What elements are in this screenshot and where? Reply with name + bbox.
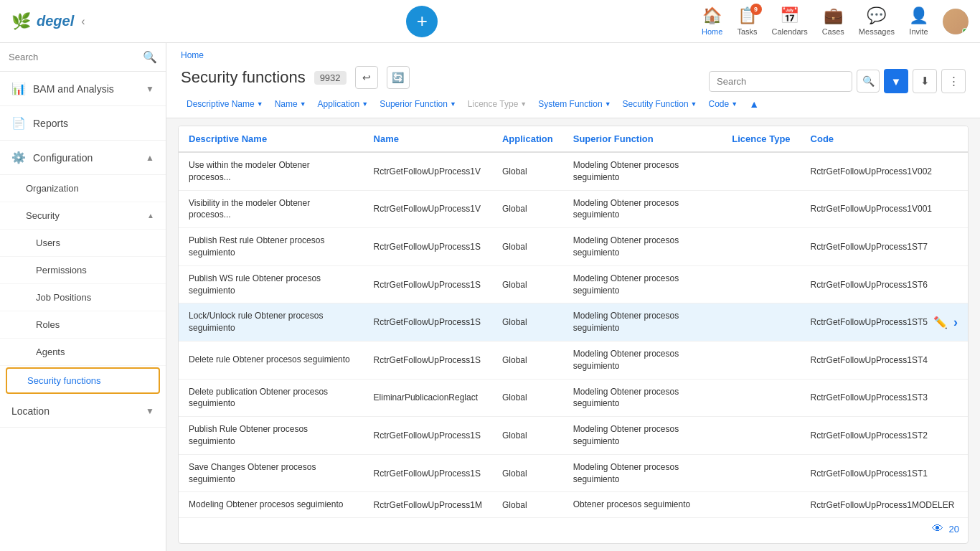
roles-label: Roles <box>36 319 60 330</box>
sidebar-collapse-button[interactable]: ‹ <box>81 15 85 28</box>
sidebar-search-icon[interactable]: 🔍 <box>143 50 157 64</box>
more-options-button[interactable]: ⋮ <box>941 69 966 93</box>
row-edit-button[interactable]: ✏️ <box>933 316 948 329</box>
cell-licence-type <box>722 190 800 228</box>
search-button[interactable]: 🔍 <box>857 70 880 93</box>
cell-application: Global <box>492 454 563 492</box>
filter-system-function-chevron: ▼ <box>605 100 611 108</box>
collapse-filters-button[interactable]: ▲ <box>743 97 765 111</box>
nav-home-label: Home <box>702 27 722 36</box>
filter-button[interactable]: ▼ <box>884 69 908 93</box>
sidebar-item-location[interactable]: Location ▼ <box>0 395 166 428</box>
content-header: Home Security functions 9932 ↩ 🔄 🔍 ▼ ⬇ ⋮ <box>166 43 980 118</box>
cell-application: Global <box>492 492 563 518</box>
location-chevron-icon: ▼ <box>146 406 154 416</box>
row-nav-button[interactable]: › <box>953 315 958 330</box>
table-row[interactable]: Save Changes Obtener procesos seguimient… <box>179 454 968 492</box>
filter-code-chevron: ▼ <box>731 100 738 108</box>
breadcrumb[interactable]: Home <box>181 50 966 60</box>
table-area: Descriptive Name Name Application Superi… <box>166 118 980 551</box>
filter-chip-name[interactable]: Name ▼ <box>269 96 312 112</box>
sidebar-item-configuration[interactable]: ⚙️ Configuration ▲ <box>0 141 166 175</box>
nav-item-home[interactable]: 🏠 Home <box>702 6 722 36</box>
table-row[interactable]: Delete publication Obtener procesos segu… <box>179 379 968 417</box>
filter-superior-function-label: Superior Function <box>380 99 448 109</box>
table-row[interactable]: Delete rule Obtener procesos seguimiento… <box>179 341 968 379</box>
table-row[interactable]: Use within the modeler Obtener procesos.… <box>179 152 968 190</box>
cell-licence-type <box>722 417 800 455</box>
sidebar: 🔍 📊 BAM and Analysis ▼ 📄 Reports ⚙️ Conf… <box>0 43 166 551</box>
filter-chip-licence-type[interactable]: Licence Type ▼ <box>462 96 532 112</box>
filter-security-function-chevron: ▼ <box>691 100 697 108</box>
filter-chip-descriptive-name[interactable]: Descriptive Name ▼ <box>181 96 269 112</box>
cell-superior-function: Modeling Obtener procesos seguimiento <box>563 303 722 342</box>
sidebar-item-reports[interactable]: 📄 Reports <box>0 106 166 141</box>
permissions-label: Permissions <box>36 265 87 276</box>
table-row[interactable]: Publish Rule Obtener procesos seguimient… <box>179 417 968 455</box>
cell-superior-function: Modeling Obtener procesos seguimiento <box>563 152 722 190</box>
sidebar-search-input[interactable] <box>9 52 137 62</box>
cell-superior-function: Modeling Obtener procesos seguimiento <box>563 190 722 228</box>
nav-item-invite[interactable]: 👤 Invite <box>909 6 928 36</box>
cell-superior-function: Obtener procesos seguimiento <box>563 492 722 518</box>
sidebar-item-job-positions[interactable]: Job Positions <box>0 284 166 311</box>
col-name: Name <box>364 126 492 152</box>
sidebar-item-organization[interactable]: Organization <box>0 175 166 202</box>
cell-application: Global <box>492 228 563 266</box>
filter-row: Descriptive Name ▼ Name ▼ Application ▼ … <box>181 96 966 118</box>
download-button[interactable]: ⬇ <box>913 69 937 93</box>
table-body: Use within the modeler Obtener procesos.… <box>179 152 968 518</box>
nav-cases-label: Cases <box>822 27 844 36</box>
table-row[interactable]: Visibility in the modeler Obtener proces… <box>179 190 968 228</box>
cell-name: RctrGetFollowUpProcess1S <box>364 303 492 342</box>
agents-label: Agents <box>36 347 65 357</box>
sidebar-item-roles[interactable]: Roles <box>0 311 166 339</box>
cell-licence-type <box>722 454 800 492</box>
user-avatar[interactable] <box>943 9 969 34</box>
cell-name: RctrGetFollowUpProcess1S <box>364 341 492 379</box>
cell-licence-type <box>722 303 800 342</box>
logo-icon: 🌿 <box>11 12 31 31</box>
main-layout: 🔍 📊 BAM and Analysis ▼ 📄 Reports ⚙️ Conf… <box>0 43 980 551</box>
nav-item-cases[interactable]: 💼 Cases <box>822 6 844 36</box>
filter-name-label: Name <box>275 99 298 109</box>
sidebar-item-permissions[interactable]: Permissions <box>0 257 166 284</box>
cell-licence-type <box>722 341 800 379</box>
table-row[interactable]: Publish Rest rule Obtener procesos segui… <box>179 228 968 266</box>
sidebar-item-security-functions[interactable]: Security functions <box>6 367 160 394</box>
cell-superior-function: Modeling Obtener procesos seguimiento <box>563 228 722 266</box>
table-row[interactable]: Modeling Obtener procesos seguimiento Rc… <box>179 492 968 518</box>
refresh-button[interactable]: 🔄 <box>387 66 410 89</box>
sidebar-item-users[interactable]: Users <box>0 230 166 257</box>
filter-chip-code[interactable]: Code ▼ <box>703 96 744 112</box>
filter-chip-application[interactable]: Application ▼ <box>312 96 374 112</box>
col-application: Application <box>492 126 563 152</box>
cell-name: RctrGetFollowUpProcess1S <box>364 454 492 492</box>
cell-code: RctrGetFollowUpProcess1ST7 <box>801 228 968 266</box>
filter-chip-superior-function[interactable]: Superior Function ▼ <box>374 96 462 112</box>
cell-application: Global <box>492 152 563 190</box>
sidebar-item-security[interactable]: Security ▲ <box>0 202 166 230</box>
cell-name: EliminarPublicacionReglact <box>364 379 492 417</box>
cases-icon: 💼 <box>824 6 843 25</box>
sidebar-item-agents[interactable]: Agents <box>0 339 166 366</box>
home-icon: 🏠 <box>702 6 722 25</box>
col-descriptive-name: Descriptive Name <box>179 126 364 152</box>
nav-item-messages[interactable]: 💬 Messages <box>859 6 895 36</box>
sidebar-item-bam[interactable]: 📊 BAM and Analysis ▼ <box>0 72 166 106</box>
configuration-icon: ⚙️ <box>11 151 26 164</box>
filter-chip-system-function[interactable]: System Function ▼ <box>532 96 616 112</box>
bam-chevron-icon: ▼ <box>146 84 154 94</box>
add-button[interactable]: + <box>406 6 438 37</box>
logo-area: 🌿 degel <box>11 12 74 31</box>
undo-button[interactable]: ↩ <box>355 66 378 89</box>
security-functions-label: Security functions <box>27 375 101 386</box>
table-row[interactable]: Lock/Unlock rule Obtener procesos seguim… <box>179 303 968 342</box>
filter-chip-security-function[interactable]: Secutity Function ▼ <box>617 96 703 112</box>
main-search-input[interactable] <box>709 71 852 92</box>
view-icon: 👁 <box>932 522 943 535</box>
table-row[interactable]: Publish WS rule Obtener procesos seguimi… <box>179 265 968 303</box>
col-superior-function: Superior Function <box>563 126 722 152</box>
top-nav-right: 🏠 Home 📋 Tasks 9 📅 Calendars 💼 Cases <box>702 6 969 36</box>
nav-item-calendars[interactable]: 📅 Calendars <box>772 6 808 36</box>
